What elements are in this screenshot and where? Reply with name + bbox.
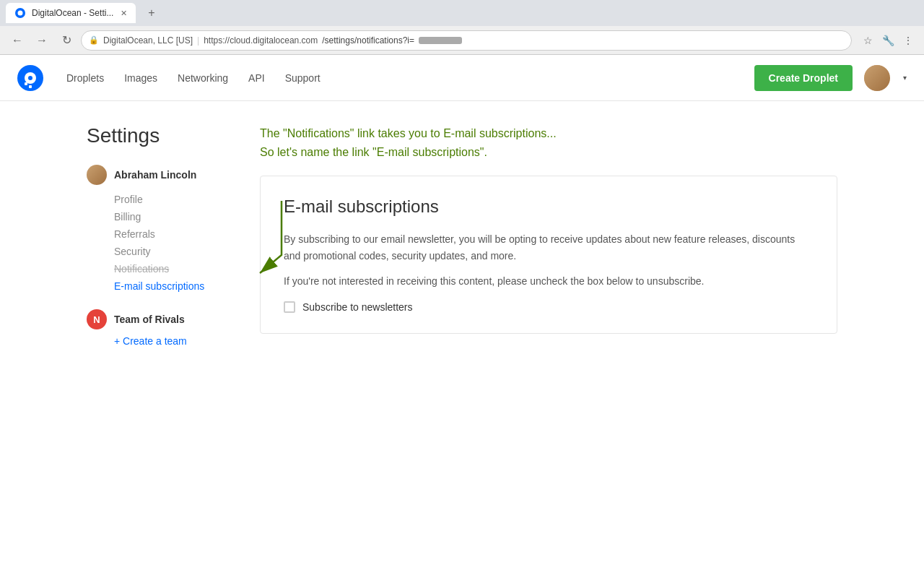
newsletter-checkbox-label[interactable]: Subscribe to newsletters [302,301,413,313]
create-team-link[interactable]: + Create a team [87,335,187,347]
bookmark-icon[interactable]: ☆ [859,32,876,49]
navbar-right: Create Droplet ▾ [754,65,907,91]
page-content: Droplets Images Networking API Support C… [0,55,924,578]
content-wrapper: E-mail subscriptions By subscribing to o… [260,176,837,334]
subscriptions-description: By subscribing to our email newsletter, … [284,231,814,264]
sidebar-nav-item-notifications[interactable]: Notifications [114,263,231,275]
sidebar-link-notifications[interactable]: Notifications [114,263,169,275]
menu-icon[interactable]: ⋮ [899,32,917,49]
browser-actions: ☆ 🔧 ⋮ [859,32,917,49]
browser-controls: ← → ↻ 🔒 DigitalOcean, LLC [US] | https:/… [0,26,924,55]
secure-lock-icon: 🔒 [89,35,99,45]
sidebar-user-avatar [87,165,107,185]
sidebar-nav: Profile Billing Referrals Security Notif… [87,194,231,292]
sidebar-nav-item-referrals[interactable]: Referrals [114,228,231,240]
sidebar-nav-item-security[interactable]: Security [114,246,231,257]
nav-networking[interactable]: Networking [178,72,228,84]
address-url-path: /settings/notifications?i= [322,35,414,46]
nav-api[interactable]: API [248,72,265,84]
create-droplet-button[interactable]: Create Droplet [754,65,853,91]
navbar-logo[interactable] [17,65,43,91]
content-area: The "Notifications" link takes you to E-… [260,124,837,347]
sidebar-user: Abraham Lincoln [87,165,231,185]
address-secure-label: DigitalOcean, LLC [US] [103,35,193,46]
team-badge: N [87,309,107,329]
subscriptions-card-title: E-mail subscriptions [284,197,814,217]
tab-close-button[interactable]: ✕ [121,9,127,18]
nav-images[interactable]: Images [124,72,157,84]
sidebar-link-security[interactable]: Security [114,246,151,257]
sidebar-nav-item-billing[interactable]: Billing [114,211,231,223]
avatar [864,65,890,91]
settings-title: Settings [87,124,231,147]
annotation-line1: The "Notifications" link takes you to E-… [260,124,837,143]
sidebar-link-billing[interactable]: Billing [114,211,141,223]
nav-support[interactable]: Support [285,72,321,84]
sidebar-nav-item-email-subscriptions[interactable]: E-mail subscriptions [114,280,231,292]
browser-window: DigitalOcean - Setti... ✕ + ← → ↻ 🔒 Digi… [0,0,924,578]
svg-point-1 [18,11,23,16]
new-tab-button[interactable]: + [141,3,162,23]
navbar: Droplets Images Networking API Support C… [0,55,924,101]
sidebar: Settings Abraham Lincoln Profile Billing… [87,124,231,347]
svg-rect-5 [25,82,27,85]
svg-point-4 [28,76,32,80]
tab-title: DigitalOcean - Setti... [32,8,113,18]
sidebar-team: N Team of Rivals [87,309,231,329]
annotation-line2: So let's name the link "E-mail subscript… [260,143,837,162]
address-url-prefix: https://cloud.digitalocean.com [204,35,318,46]
tab-favicon [14,7,26,19]
address-bar[interactable]: 🔒 DigitalOcean, LLC [US] | https://cloud… [81,30,852,51]
refresh-button[interactable]: ↻ [56,30,77,51]
user-menu-chevron[interactable]: ▾ [903,74,907,82]
user-avatar-button[interactable] [864,65,890,91]
subscribe-to-newsletters-checkbox[interactable] [284,301,295,313]
browser-tab[interactable]: DigitalOcean - Setti... ✕ [6,3,136,23]
svg-rect-6 [29,85,32,88]
digitalocean-logo [17,65,43,91]
navbar-nav: Droplets Images Networking API Support [66,72,321,84]
sidebar-nav-item-profile[interactable]: Profile [114,194,231,205]
forward-button[interactable]: → [32,30,52,51]
sidebar-link-profile[interactable]: Profile [114,194,143,205]
team-name: Team of Rivals [114,314,185,325]
address-url-blurred [419,37,462,44]
newsletter-checkbox-row: Subscribe to newsletters [284,301,814,313]
subscriptions-unsubscribe-text: If you're not interested in receiving th… [284,275,814,287]
sidebar-link-email-subscriptions[interactable]: E-mail subscriptions [114,280,204,292]
main-layout: Settings Abraham Lincoln Profile Billing… [0,101,924,370]
nav-droplets[interactable]: Droplets [66,72,104,84]
annotation-banner: The "Notifications" link takes you to E-… [260,124,837,161]
subscriptions-card: E-mail subscriptions By subscribing to o… [260,176,837,334]
sidebar-username: Abraham Lincoln [114,169,196,181]
browser-titlebar: DigitalOcean - Setti... ✕ + [0,0,924,26]
back-button[interactable]: ← [7,30,27,51]
sidebar-link-referrals[interactable]: Referrals [114,228,155,240]
extensions-icon[interactable]: 🔧 [879,32,897,49]
